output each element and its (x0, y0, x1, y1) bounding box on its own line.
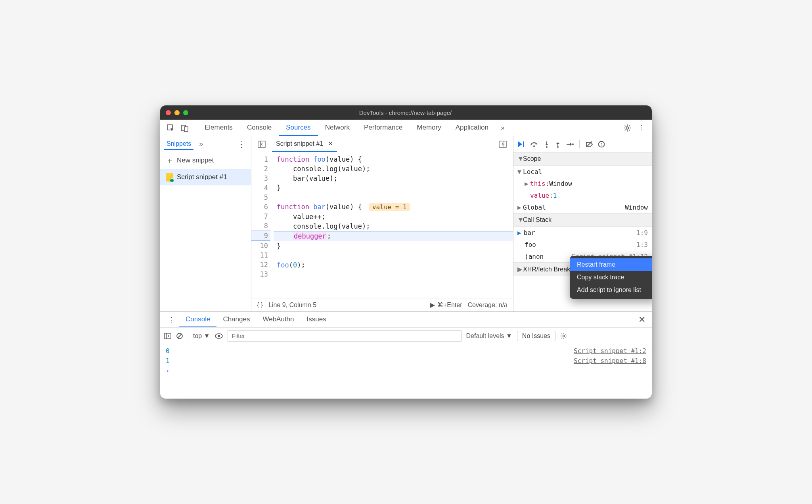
console-levels-select[interactable]: Default levels ▼ (466, 332, 512, 340)
coverage-label: Coverage: n/a (467, 302, 508, 309)
inspect-icon[interactable] (163, 124, 178, 132)
kebab-menu-icon[interactable]: ⋮ (634, 124, 649, 132)
run-button[interactable]: ▶ ⌘+Enter (430, 301, 462, 309)
svg-rect-26 (601, 145, 602, 145)
callstack-frame-1[interactable]: ▶bar1:9 (513, 227, 652, 239)
main-tabbar: Elements Console Sources Network Perform… (160, 120, 652, 136)
svg-point-33 (563, 335, 565, 337)
titlebar: DevTools - chrome://new-tab-page/ (160, 105, 652, 120)
ctx-restart-frame[interactable]: Restart frame (570, 258, 652, 271)
drawer-tab-console[interactable]: Console (179, 312, 216, 327)
svg-rect-16 (523, 141, 524, 147)
svg-line-40 (561, 338, 562, 338)
svg-rect-14 (499, 141, 506, 147)
device-toggle-icon[interactable] (178, 124, 192, 132)
window-minimize[interactable] (174, 110, 180, 115)
console-clear-icon[interactable] (176, 332, 183, 340)
console-drawer: ⋮ Console Changes WebAuthn Issues ✕ top … (160, 311, 652, 399)
console-filter-input[interactable] (228, 330, 462, 342)
window-title: DevTools - chrome://new-tab-page/ (188, 109, 622, 116)
snippet-file-icon (166, 173, 173, 181)
svg-line-10 (625, 130, 626, 130)
console-prompt[interactable]: › (166, 366, 646, 376)
editor-statusbar: { } Line 9, Column 5 ▶ ⌘+Enter Coverage:… (251, 298, 513, 311)
tab-performance[interactable]: Performance (357, 120, 410, 136)
cursor-position: Line 9, Column 5 (268, 302, 316, 309)
console-settings-icon[interactable] (560, 332, 567, 340)
svg-point-3 (626, 127, 628, 129)
close-tab-icon[interactable]: ✕ (328, 140, 333, 147)
tab-console[interactable]: Console (240, 120, 279, 136)
tab-sources[interactable]: Sources (279, 120, 318, 136)
inline-value-hint: value = 1 (369, 203, 410, 211)
svg-line-9 (629, 130, 630, 130)
scope-global[interactable]: ▶GlobalWindow (513, 201, 652, 213)
svg-line-11 (629, 125, 630, 126)
drawer-menu-icon[interactable]: ⋮ (163, 315, 179, 325)
tab-network[interactable]: Network (318, 120, 357, 136)
svg-point-21 (557, 146, 559, 148)
step-over-icon[interactable] (530, 141, 539, 148)
new-snippet-button[interactable]: ＋ New snippet (160, 152, 251, 169)
scope-this[interactable]: ▶this: Window (513, 178, 652, 189)
plus-icon: ＋ (166, 155, 174, 166)
tab-memory[interactable]: Memory (410, 120, 448, 136)
source-code[interactable]: function foo(value) { console.log(value)… (274, 152, 513, 298)
step-into-icon[interactable] (544, 141, 550, 148)
callstack-frame-2[interactable]: foo1:3 (513, 239, 652, 250)
svg-line-41 (565, 334, 566, 334)
drawer-close-icon[interactable]: ✕ (635, 315, 649, 325)
drawer-tab-issues[interactable]: Issues (301, 312, 333, 327)
svg-rect-25 (601, 143, 602, 144)
drawer-tab-changes[interactable]: Changes (216, 312, 256, 327)
deactivate-breakpoints-icon[interactable] (585, 141, 593, 148)
snippet-item[interactable]: Script snippet #1 (160, 169, 251, 185)
toggle-nav-icon[interactable] (255, 141, 268, 148)
ctx-copy-stack[interactable]: Copy stack trace (570, 271, 652, 284)
window-zoom[interactable] (183, 110, 188, 115)
svg-line-30 (178, 334, 182, 338)
console-sidebar-icon[interactable] (164, 333, 171, 339)
callstack-header[interactable]: ▼Call Stack (513, 213, 652, 227)
tab-application[interactable]: Application (448, 120, 496, 136)
more-tabs-icon[interactable]: » (496, 124, 510, 132)
context-menu: Restart frame Copy stack trace Add scrip… (570, 256, 652, 299)
console-context-select[interactable]: top ▼ (193, 332, 210, 340)
scope-header[interactable]: ▼Scope (513, 152, 652, 166)
editor-pane: Script snippet #1 ✕ 12345678910111213 fu… (251, 136, 513, 311)
svg-point-32 (218, 335, 220, 337)
scope-local[interactable]: ▼Local (513, 166, 652, 178)
nav-more-icon[interactable]: ⋮ (234, 139, 249, 149)
devtools-window: DevTools - chrome://new-tab-page/ Elemen… (160, 105, 652, 399)
current-frame-icon: ▶ (517, 229, 521, 237)
svg-rect-27 (165, 333, 171, 339)
drawer-tab-webauthn[interactable]: WebAuthn (256, 312, 300, 327)
ctx-ignore-list[interactable]: Add script to ignore list (570, 284, 652, 296)
svg-point-23 (572, 143, 574, 145)
svg-point-19 (546, 146, 548, 148)
step-icon[interactable] (566, 141, 574, 148)
svg-rect-12 (258, 141, 265, 147)
settings-icon[interactable] (620, 124, 634, 132)
scope-value: value: 1 (513, 189, 652, 201)
tab-elements[interactable]: Elements (197, 120, 240, 136)
step-out-icon[interactable] (555, 141, 561, 148)
window-close[interactable] (166, 110, 171, 115)
resume-icon[interactable] (517, 141, 525, 148)
live-expression-icon[interactable] (215, 333, 223, 339)
nav-expand-icon[interactable]: » (199, 140, 203, 148)
pause-on-exceptions-icon[interactable] (598, 141, 605, 148)
log-row[interactable]: 0Script snippet #1:2 (166, 346, 646, 356)
svg-line-8 (625, 125, 626, 126)
svg-rect-2 (184, 127, 188, 132)
log-row[interactable]: 1Script snippet #1:8 (166, 356, 646, 366)
toggle-debug-icon[interactable] (496, 141, 509, 148)
no-issues-button[interactable]: No Issues (517, 331, 555, 341)
svg-line-38 (561, 334, 562, 334)
snippets-tab[interactable]: Snippets (164, 139, 193, 150)
svg-line-39 (565, 338, 566, 338)
editor-tab[interactable]: Script snippet #1 ✕ (272, 136, 337, 152)
line-gutter[interactable]: 12345678910111213 (251, 152, 274, 298)
navigator-pane: Snippets » ⋮ ＋ New snippet Script snippe… (160, 136, 251, 311)
format-icon[interactable]: { } (257, 302, 263, 309)
